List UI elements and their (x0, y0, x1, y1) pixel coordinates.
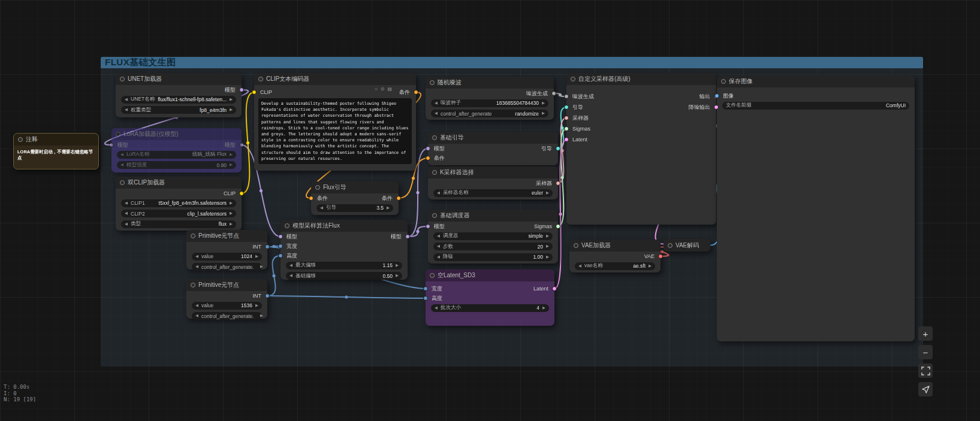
increment-arrow-icon[interactable]: ▶ (542, 306, 545, 310)
widget-vae-loader-1[interactable]: ◀vae名称ae.sft▶ (575, 262, 655, 270)
widget-lora-loader-1[interactable]: ◀LoRA名称线稿_线稿 Flux▶ (117, 151, 236, 159)
decrement-arrow-icon[interactable]: ◀ (125, 108, 128, 112)
collapse-toggle-icon[interactable] (574, 243, 578, 248)
node-titlebar[interactable]: VAE加载器 (569, 240, 661, 252)
decrement-arrow-icon[interactable]: ◀ (125, 211, 128, 216)
collapse-toggle-icon[interactable] (116, 132, 120, 137)
widget-basic-scheduler-1[interactable]: ◀调度器simple▶ (433, 232, 553, 240)
decrement-arrow-icon[interactable]: ◀ (125, 98, 128, 102)
input-slot-dot[interactable] (423, 286, 428, 291)
decrement-arrow-icon[interactable]: ◀ (435, 101, 438, 105)
increment-arrow-icon[interactable]: ▶ (255, 304, 258, 308)
input-slot-dot[interactable] (564, 126, 569, 131)
widget-unet-loader-1[interactable]: ◀UNET名称flux/flux1-schnell-fp8.safeten...… (121, 96, 236, 104)
zoom-in-button[interactable]: + (918, 326, 933, 341)
node-model-sampling-flux[interactable]: 模型采样算法Flux模型模型宽度高度◀最大偏移1.15▶◀基础偏移0.50▶ (281, 220, 408, 280)
output-slot-dot[interactable] (714, 105, 719, 110)
node-titlebar[interactable]: 基础引导 (428, 132, 558, 144)
node-vae-loader[interactable]: VAE加载器VAE◀vae名称ae.sft▶ (569, 240, 661, 272)
node-titlebar[interactable]: LoRA加载器(仅模型) (111, 128, 242, 140)
decrement-arrow-icon[interactable]: ◀ (437, 191, 440, 195)
input-slot-dot[interactable] (278, 253, 283, 258)
widget-primitive-height-2[interactable]: ◀control_after_generate.▶ (192, 312, 262, 320)
widget-basic-scheduler-3[interactable]: ◀降噪1.00▶ (433, 253, 553, 261)
node-titlebar[interactable]: 注释 (14, 134, 98, 146)
node-titlebar[interactable]: Primitive元节点 (186, 279, 267, 291)
input-slot-dot[interactable] (278, 234, 283, 239)
collapse-toggle-icon[interactable] (191, 234, 195, 238)
increment-arrow-icon[interactable]: ▶ (230, 98, 233, 102)
collapse-toggle-icon[interactable] (258, 77, 263, 81)
collapse-toggle-icon[interactable] (432, 213, 437, 218)
increment-arrow-icon[interactable]: ▶ (546, 191, 549, 195)
node-unet-loader[interactable]: UNET加载器模型◀UNET名称flux/flux1-schnell-fp8.s… (116, 73, 242, 117)
output-slot-dot[interactable] (239, 143, 244, 147)
output-slot-dot[interactable] (658, 254, 663, 259)
node-ksampler-select[interactable]: K采样器选择采样器◀采样器名称euler▶ (428, 166, 558, 199)
decrement-arrow-icon[interactable]: ◀ (437, 255, 440, 259)
increment-arrow-icon[interactable]: ▶ (396, 263, 399, 268)
widget-basic-scheduler-2[interactable]: ◀步数20▶ (433, 243, 553, 250)
node-titlebar[interactable]: UNET加载器 (116, 73, 242, 85)
zoom-out-button[interactable]: − (918, 345, 933, 359)
increment-arrow-icon[interactable]: ▶ (230, 201, 233, 205)
input-slot-dot[interactable] (423, 296, 428, 301)
node-lora-loader[interactable]: LoRA加载器(仅模型)模型模型◀LoRA名称线稿_线稿 Flux▶◀模型强度0… (111, 128, 242, 172)
output-slot-dot[interactable] (551, 91, 556, 96)
increment-arrow-icon[interactable]: ▶ (546, 234, 549, 238)
widget-model-sampling-flux-3[interactable]: ◀最大偏移1.15▶ (286, 262, 402, 269)
increment-arrow-icon[interactable]: ▶ (260, 265, 263, 269)
widget-dual-clip-loader-3[interactable]: ◀类型flux▶ (121, 220, 236, 228)
input-slot-dot[interactable] (564, 105, 569, 110)
widget-unet-loader-2[interactable]: ◀权重类型fp8_e4m3fn▶ (121, 106, 236, 114)
collapse-toggle-icon[interactable] (668, 243, 673, 248)
node-sampler-custom-advanced[interactable]: 自定义采样器(高级)噪波生成输出引导降噪输出采样器SigmasLatent (566, 73, 716, 225)
collapse-toggle-icon[interactable] (315, 185, 320, 190)
decrement-arrow-icon[interactable]: ◀ (195, 265, 198, 269)
decrement-arrow-icon[interactable]: ◀ (195, 255, 198, 259)
input-slot-dot[interactable] (309, 196, 313, 201)
increment-arrow-icon[interactable]: ▶ (542, 101, 545, 105)
decrement-arrow-icon[interactable]: ◀ (435, 111, 438, 116)
fit-view-button[interactable] (918, 364, 933, 378)
collapse-toggle-icon[interactable] (120, 180, 125, 185)
decrement-arrow-icon[interactable]: ◀ (320, 206, 323, 210)
decrement-arrow-icon[interactable]: ◀ (125, 201, 128, 205)
node-primitive-height[interactable]: Primitive元节点INT◀value1536▶◀control_after… (186, 279, 267, 319)
widget-dual-clip-loader-2[interactable]: ◀CLIP2clip_l.safetensors▶ (121, 210, 236, 217)
node-dual-clip-loader[interactable]: 双CLIP加载器CLIP◀CLIP1t5xxl_fp8_e4m3fn.safet… (116, 177, 242, 231)
widget-dual-clip-loader-1[interactable]: ◀CLIP1t5xxl_fp8_e4m3fn.safetensors▶ (121, 199, 236, 207)
graph-canvas[interactable]: FLUX基础文生图 UNET加载器模型◀UNET名称flux/flux1-sch… (0, 0, 980, 421)
collapse-toggle-icon[interactable] (430, 273, 435, 278)
input-slot-dot[interactable] (426, 146, 430, 151)
node-primitive-width[interactable]: Primitive元节点INT◀value1024▶◀control_after… (186, 230, 267, 269)
widget-flux-guidance-1[interactable]: ◀引导3.5▶ (316, 204, 393, 212)
decrement-arrow-icon[interactable]: ◀ (437, 234, 440, 238)
collapse-toggle-icon[interactable] (120, 77, 125, 81)
widget-lora-loader-2[interactable]: ◀模型强度0.80▶ (117, 161, 236, 169)
widget-random-noise-1[interactable]: ◀噪波种子183685504784430▶ (431, 99, 548, 107)
collapse-toggle-icon[interactable] (18, 137, 23, 142)
output-slot-dot[interactable] (265, 293, 270, 298)
node-titlebar[interactable]: 空Latent_SD3 (426, 269, 554, 281)
pointer-button[interactable] (918, 382, 933, 396)
output-slot-dot[interactable] (239, 191, 244, 196)
output-slot-dot[interactable] (556, 146, 560, 151)
node-titlebar[interactable]: 双CLIP加载器 (116, 177, 242, 189)
collapse-toggle-icon[interactable] (432, 135, 437, 140)
collapse-toggle-icon[interactable] (571, 77, 575, 81)
output-slot-dot[interactable] (396, 196, 401, 201)
widget-primitive-width-1[interactable]: ◀value1024▶ (192, 253, 262, 261)
increment-arrow-icon[interactable]: ▶ (649, 264, 652, 268)
node-basic-scheduler[interactable]: 基础调度器模型Sigmas◀调度器simple▶◀步数20▶◀降噪1.00▶ (428, 210, 558, 263)
input-slot-dot[interactable] (426, 224, 430, 229)
node-titlebar[interactable]: Flux引导 (311, 181, 399, 193)
widget-save-image-1[interactable]: 文件名前缀ComfyUI (722, 102, 909, 110)
node-titlebar[interactable]: 自定义采样器(高级) (566, 73, 716, 85)
increment-arrow-icon[interactable]: ▶ (542, 111, 545, 116)
increment-arrow-icon[interactable]: ▶ (230, 211, 233, 216)
node-save-image[interactable]: 保存图像图像文件名前缀ComfyUI (717, 75, 915, 341)
increment-arrow-icon[interactable]: ▶ (387, 206, 390, 210)
node-titlebar[interactable]: VAE解码 (664, 239, 710, 252)
node-random-noise[interactable]: 随机噪波噪波生成◀噪波种子183685504784430▶◀control_af… (426, 77, 554, 120)
